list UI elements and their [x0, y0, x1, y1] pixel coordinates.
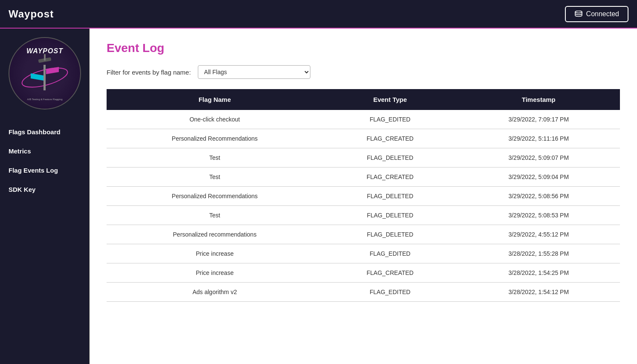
- table-header-row: Flag NameEvent TypeTimestamp: [107, 89, 620, 110]
- cell-flag-name: Test: [107, 168, 323, 187]
- filter-select[interactable]: All FlagsOne-click checkoutPersonalized …: [198, 65, 310, 79]
- svg-point-0: [575, 11, 582, 13]
- table-row: Personalized recommendationsFLAG_DELETED…: [107, 225, 620, 244]
- table-row: One-click checkoutFLAG_EDITED3/29/2022, …: [107, 110, 620, 129]
- cell-flag-name: Test: [107, 206, 323, 225]
- table-header: Flag NameEvent TypeTimestamp: [107, 89, 620, 110]
- cell-timestamp: 3/29/2022, 4:55:12 PM: [457, 225, 620, 244]
- cell-timestamp: 3/29/2022, 7:09:17 PM: [457, 110, 620, 129]
- cell-timestamp: 3/29/2022, 5:08:53 PM: [457, 206, 620, 225]
- cell-event-type: FLAG_DELETED: [323, 148, 457, 168]
- svg-text:WAYPOST: WAYPOST: [26, 47, 63, 55]
- cell-timestamp: 3/28/2022, 1:55:28 PM: [457, 244, 620, 263]
- sidebar-item-flag-events-log[interactable]: Flag Events Log: [0, 161, 89, 180]
- app-logo: Waypost: [9, 8, 54, 20]
- cell-event-type: FLAG_CREATED: [323, 263, 457, 283]
- svg-text:A/B Testing & Feature Flagging: A/B Testing & Feature Flagging: [27, 98, 62, 101]
- sidebar-nav: Flags DashboardMetricsFlag Events LogSDK…: [0, 118, 89, 203]
- connected-button[interactable]: Connected: [565, 6, 628, 22]
- connected-label: Connected: [586, 10, 619, 18]
- cell-timestamp: 3/29/2022, 5:11:16 PM: [457, 129, 620, 148]
- cell-event-type: FLAG_CREATED: [323, 129, 457, 148]
- cell-event-type: FLAG_DELETED: [323, 225, 457, 244]
- cell-flag-name: Price increase: [107, 244, 323, 263]
- cell-flag-name: Personalized Recommendations: [107, 129, 323, 148]
- event-table: Flag NameEvent TypeTimestamp One-click c…: [107, 89, 620, 302]
- database-icon: [574, 11, 583, 17]
- table-col-event-type: Event Type: [323, 89, 457, 110]
- cell-timestamp: 3/28/2022, 1:54:12 PM: [457, 283, 620, 302]
- table-row: Personalized RecommendationsFLAG_DELETED…: [107, 187, 620, 206]
- table-col-flag-name: Flag Name: [107, 89, 323, 110]
- cell-flag-name: Personalized recommendations: [107, 225, 323, 244]
- svg-rect-6: [44, 54, 46, 61]
- sidebar-logo-circle: WAYPOST A/B Testing & Feature Flagging: [9, 37, 81, 110]
- main-content: Event Log Filter for events by flag name…: [90, 29, 637, 364]
- svg-rect-2: [43, 65, 46, 90]
- table-col-timestamp: Timestamp: [457, 89, 620, 110]
- table-row: TestFLAG_DELETED3/29/2022, 5:09:07 PM: [107, 148, 620, 168]
- svg-marker-3: [46, 67, 59, 74]
- cell-event-type: FLAG_CREATED: [323, 168, 457, 187]
- app-header: Waypost Connected: [0, 0, 637, 29]
- cell-timestamp: 3/29/2022, 5:08:56 PM: [457, 187, 620, 206]
- sidebar-logo-area: WAYPOST A/B Testing & Feature Flagging: [0, 33, 89, 118]
- svg-marker-4: [31, 73, 43, 81]
- cell-event-type: FLAG_EDITED: [323, 283, 457, 302]
- sidebar-item-flags-dashboard[interactable]: Flags Dashboard: [0, 122, 89, 142]
- table-row: Price increaseFLAG_CREATED3/28/2022, 1:5…: [107, 263, 620, 283]
- main-layout: WAYPOST A/B Testing & Feature Flagging F…: [0, 29, 637, 364]
- table-row: TestFLAG_DELETED3/29/2022, 5:08:53 PM: [107, 206, 620, 225]
- sidebar-item-sdk-key[interactable]: SDK Key: [0, 180, 89, 199]
- cell-event-type: FLAG_DELETED: [323, 206, 457, 225]
- cell-flag-name: Personalized Recommendations: [107, 187, 323, 206]
- sidebar: WAYPOST A/B Testing & Feature Flagging F…: [0, 29, 90, 364]
- table-row: Ads algorithm v2FLAG_EDITED3/28/2022, 1:…: [107, 283, 620, 302]
- filter-label: Filter for events by flag name:: [107, 69, 191, 76]
- cell-timestamp: 3/29/2022, 5:09:04 PM: [457, 168, 620, 187]
- waypost-logo-svg: WAYPOST A/B Testing & Feature Flagging: [13, 41, 77, 105]
- table-row: Price increaseFLAG_EDITED3/28/2022, 1:55…: [107, 244, 620, 263]
- cell-event-type: FLAG_EDITED: [323, 110, 457, 129]
- cell-event-type: FLAG_DELETED: [323, 187, 457, 206]
- cell-flag-name: Price increase: [107, 263, 323, 283]
- cell-timestamp: 3/29/2022, 5:09:07 PM: [457, 148, 620, 168]
- cell-flag-name: One-click checkout: [107, 110, 323, 129]
- sidebar-item-metrics[interactable]: Metrics: [0, 142, 89, 161]
- table-row: Personalized RecommendationsFLAG_CREATED…: [107, 129, 620, 148]
- cell-flag-name: Test: [107, 148, 323, 168]
- table-row: TestFLAG_CREATED3/29/2022, 5:09:04 PM: [107, 168, 620, 187]
- filter-row: Filter for events by flag name: All Flag…: [107, 65, 620, 79]
- cell-flag-name: Ads algorithm v2: [107, 283, 323, 302]
- page-title: Event Log: [107, 41, 620, 55]
- cell-event-type: FLAG_EDITED: [323, 244, 457, 263]
- cell-timestamp: 3/28/2022, 1:54:25 PM: [457, 263, 620, 283]
- table-body: One-click checkoutFLAG_EDITED3/29/2022, …: [107, 110, 620, 302]
